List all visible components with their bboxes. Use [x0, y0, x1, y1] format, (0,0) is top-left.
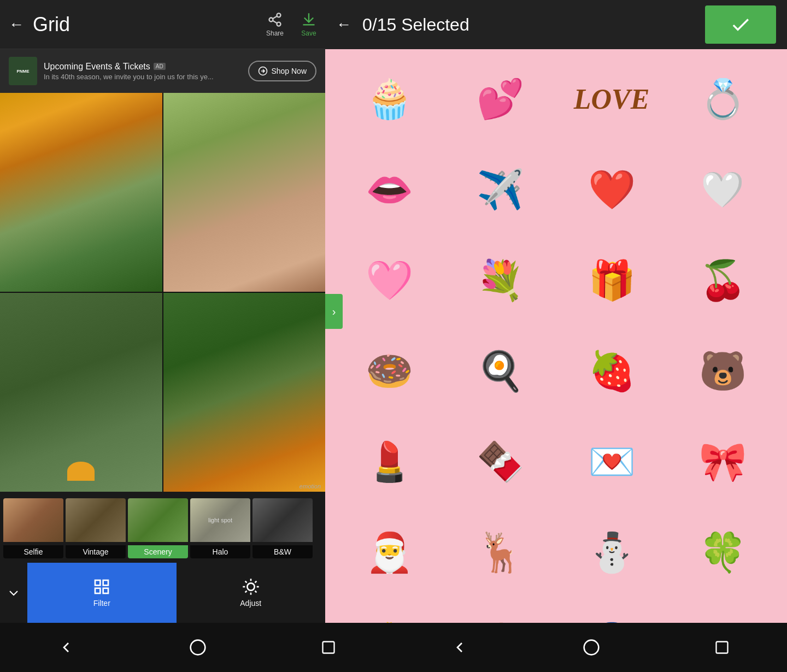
nav-left: [0, 623, 393, 672]
bottom-toolbar: Filter Adjust: [0, 563, 325, 623]
save-button[interactable]: Save: [301, 12, 316, 37]
filter-scenery-label: Scenery: [128, 545, 188, 558]
sticker-envelope[interactable]: 💌: [571, 421, 653, 503]
confirm-button[interactable]: [705, 5, 776, 44]
back-button-right[interactable]: ←: [336, 16, 351, 33]
svg-point-10: [247, 583, 254, 590]
sticker-blue-ball[interactable]: 🔵: [571, 602, 653, 623]
ad-title: Upcoming Events & Tickets AD: [44, 62, 242, 72]
svg-rect-22: [716, 642, 728, 653]
sticker-row-5: 💄 🍫 💌 🎀: [334, 421, 778, 503]
sticker-heart-outline[interactable]: 🤍: [682, 149, 763, 231]
share-button[interactable]: Share: [266, 12, 284, 37]
sticker-lips[interactable]: 👄: [349, 149, 431, 231]
share-label: Share: [266, 30, 284, 37]
sticker-strawberry[interactable]: 🍓: [571, 330, 653, 412]
top-bar-right: ← 0/15 Selected: [325, 0, 787, 49]
back-button-left[interactable]: ←: [9, 16, 24, 33]
svg-rect-7: [103, 580, 108, 585]
filter-tool-button[interactable]: Filter: [27, 563, 177, 623]
sticker-row-4: 🍩 🍳 🍓 🐻: [334, 330, 778, 412]
sticker-bear[interactable]: 🐻: [682, 330, 763, 412]
sticker-row-2: 👄 ✈️ ❤️ 🤍: [334, 149, 778, 231]
svg-rect-8: [95, 588, 100, 593]
filter-vintage-label: Vintage: [66, 545, 126, 558]
nav-home-right[interactable]: [583, 639, 600, 656]
sticker-bow[interactable]: 🎀: [682, 421, 763, 503]
ad-subtitle: In its 40th season, we invite you to joi…: [44, 73, 242, 81]
adjust-tool-button[interactable]: Adjust: [177, 563, 326, 623]
nav-square-left[interactable]: [321, 640, 336, 655]
ad-banner: PNME Upcoming Events & Tickets AD In its…: [0, 49, 325, 93]
filter-selfie[interactable]: Selfie: [3, 498, 63, 558]
photo-cell-2[interactable]: [163, 93, 326, 292]
photo-cell-1[interactable]: [0, 93, 162, 292]
ad-text: Upcoming Events & Tickets AD In its 40th…: [44, 62, 242, 81]
sticker-tree[interactable]: 🎄: [349, 602, 431, 623]
filter-scenery[interactable]: Scenery: [128, 498, 188, 558]
sticker-hearts[interactable]: 💕: [460, 58, 542, 140]
filter-tool-label: Filter: [93, 599, 110, 608]
collapse-button[interactable]: [0, 563, 27, 623]
svg-point-0: [277, 13, 280, 17]
sticker-red-hearts[interactable]: ❤️: [571, 149, 653, 231]
sticker-chocolate[interactable]: 🍫: [460, 421, 542, 503]
sticker-paper-plane[interactable]: ✈️: [460, 149, 542, 231]
svg-rect-9: [103, 588, 108, 593]
sticker-row-1: 🧁 💕 LOVE 💍: [334, 58, 778, 140]
filter-vintage[interactable]: Vintage: [66, 498, 126, 558]
sticker-pink-ball[interactable]: 🩷: [682, 602, 763, 623]
filter-bw-label: B&W: [252, 545, 313, 558]
sticker-cherries[interactable]: 🍒: [682, 239, 763, 321]
adjust-tool-label: Adjust: [240, 599, 261, 608]
nav-back-left[interactable]: [57, 639, 75, 656]
svg-line-17: [245, 591, 246, 593]
sticker-love-text[interactable]: LOVE: [571, 58, 653, 140]
selection-title: 0/15 Selected: [362, 15, 705, 35]
navigation-bar: [0, 623, 787, 672]
filter-halo-label: Halo: [190, 545, 250, 558]
sticker-holly[interactable]: 🍀: [682, 511, 763, 593]
ad-badge: AD: [154, 63, 166, 70]
sticker-bouquet[interactable]: 💐: [460, 239, 542, 321]
sticker-cookie[interactable]: 🍪: [460, 602, 542, 623]
svg-line-18: [255, 581, 256, 583]
filter-bar: Selfie Vintage Scenery light spot Halo B…: [0, 492, 325, 563]
nav-home-left[interactable]: [189, 639, 207, 656]
sticker-row-3: 🩷 💐 🎁 🍒: [334, 239, 778, 321]
svg-rect-20: [323, 642, 334, 653]
page-title-left: Grid: [33, 13, 266, 36]
nav-right: [393, 623, 787, 672]
svg-line-3: [273, 20, 277, 23]
filter-halo[interactable]: light spot Halo: [190, 498, 250, 558]
sticker-heart-pink[interactable]: 🩷: [349, 239, 431, 321]
sticker-row-7: 🎄 🍪 🔵 🩷: [334, 602, 778, 623]
sticker-egg[interactable]: 🍳: [460, 330, 542, 412]
photo-cell-4[interactable]: emotion: [163, 293, 326, 492]
nav-back-right[interactable]: [451, 639, 468, 656]
svg-rect-6: [95, 580, 100, 585]
photo-cell-3[interactable]: [0, 293, 162, 492]
svg-line-14: [255, 591, 256, 593]
shop-now-button[interactable]: Shop Now: [248, 61, 316, 81]
svg-point-21: [584, 640, 599, 655]
svg-point-1: [269, 17, 273, 21]
sticker-cupcake[interactable]: 🧁: [349, 58, 431, 140]
save-label: Save: [301, 30, 316, 37]
sticker-donut[interactable]: 🍩: [349, 330, 431, 412]
sticker-ring[interactable]: 💍: [682, 58, 763, 140]
photo-grid: emotion: [0, 93, 325, 492]
filter-bw[interactable]: B&W: [252, 498, 313, 558]
side-arrow[interactable]: ›: [325, 294, 343, 329]
sticker-snowman[interactable]: ⛄: [571, 511, 653, 593]
sticker-panel: 🧁 💕 LOVE 💍 👄 ✈️ ❤️ 🤍 🩷 💐 🎁 🍒 🍩: [325, 49, 787, 623]
sticker-lipstick[interactable]: 💄: [349, 421, 431, 503]
sticker-gift[interactable]: 🎁: [571, 239, 653, 321]
sticker-reindeer[interactable]: 🦌: [460, 511, 542, 593]
sticker-row-6: 🎅 🦌 ⛄ 🍀: [334, 511, 778, 593]
svg-point-2: [277, 22, 280, 26]
sticker-santa[interactable]: 🎅: [349, 511, 431, 593]
nav-square-right[interactable]: [714, 640, 730, 655]
svg-line-4: [273, 16, 277, 19]
ad-logo: PNME: [9, 57, 37, 85]
